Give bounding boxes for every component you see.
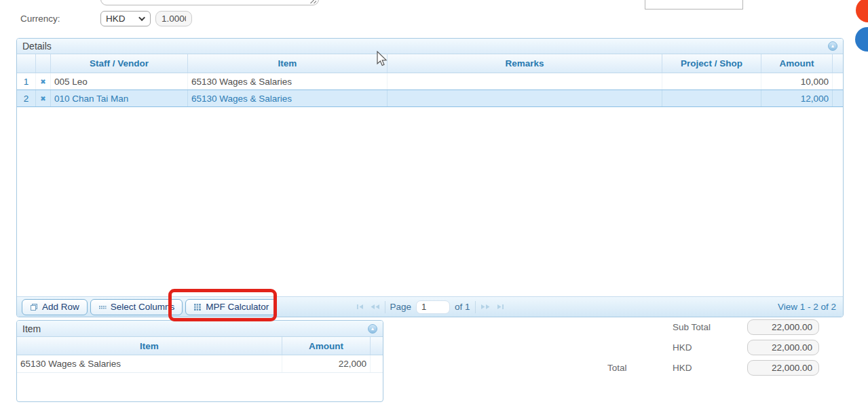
table-row[interactable]: 2 ✖ 010 Chan Tai Man 65130 Wages & Salar…: [17, 90, 843, 107]
column-header-spacer: [371, 337, 383, 355]
column-header-project-shop[interactable]: Project / Shop: [662, 54, 761, 73]
payroll-entry-screen: Currency: HKD Details ▲ Staff / Vendor I…: [0, 0, 868, 417]
mpf-calculator-button[interactable]: MPF Calculator: [185, 299, 277, 315]
item-cell: 65130 Wages & Salaries: [17, 355, 282, 372]
subtotal-row: Sub Total: [673, 319, 819, 335]
details-panel-header: Details ▲: [17, 39, 843, 54]
base-currency-label: HKD: [673, 342, 747, 353]
item-summary-panel: Item ▲ Item Amount 65130 Wages & Salarie…: [16, 320, 383, 402]
column-header-delete: [36, 54, 51, 73]
table-row[interactable]: 1 ✖ 005 Leo 65130 Wages & Salaries 10,00…: [17, 73, 843, 90]
spacer-cell: [833, 90, 843, 106]
base-currency-row: HKD: [673, 340, 819, 355]
floating-blue-button[interactable]: [855, 27, 868, 52]
subtotal-label: Sub Total: [673, 322, 747, 332]
column-header-amount[interactable]: Amount: [282, 337, 371, 355]
column-header-remarks[interactable]: Remarks: [388, 54, 662, 73]
collapse-item-icon[interactable]: ▲: [368, 324, 377, 334]
table-row[interactable]: 65130 Wages & Salaries 22,000: [17, 355, 383, 373]
item-panel-title: Item: [22, 323, 41, 334]
last-page-icon[interactable]: [495, 303, 504, 311]
total-field[interactable]: [747, 360, 819, 376]
total-label: Total: [607, 363, 673, 373]
total-row: Total HKD: [607, 360, 819, 376]
remarks-cell: [388, 90, 662, 106]
item-grid-header: Item Amount: [17, 337, 383, 355]
delete-row-icon[interactable]: ✖: [36, 73, 51, 90]
pager-separator: [475, 301, 476, 313]
delete-row-icon[interactable]: ✖: [36, 90, 51, 106]
column-header-staff-vendor[interactable]: Staff / Vendor: [51, 54, 188, 73]
project-shop-cell: [662, 90, 761, 106]
add-row-label: Add Row: [42, 302, 79, 312]
description-textarea[interactable]: [100, 0, 319, 5]
currency-select[interactable]: HKD: [100, 11, 151, 26]
details-toolbar: Add Row Select Columns: [17, 296, 843, 317]
page-label: Page: [390, 302, 411, 312]
details-grid-header: Staff / Vendor Item Remarks Project / Sh…: [17, 54, 843, 73]
staff-vendor-cell: 005 Leo: [51, 73, 188, 90]
select-columns-label: Select Columns: [111, 302, 175, 312]
pager-separator: [384, 301, 385, 313]
top-right-field[interactable]: [645, 0, 743, 9]
first-page-icon[interactable]: [356, 303, 364, 311]
resize-grip-icon[interactable]: [309, 0, 316, 3]
select-columns-icon: [98, 303, 107, 311]
amount-cell: 10,000: [761, 73, 833, 90]
currency-label: Currency:: [20, 14, 60, 24]
amount-cell: 12,000: [761, 90, 833, 106]
subtotal-field[interactable]: [747, 319, 819, 335]
column-header-rownum: [17, 54, 36, 73]
row-number: 1: [17, 73, 36, 90]
exchange-rate-field[interactable]: [155, 11, 192, 26]
project-shop-cell: [662, 73, 761, 90]
amount-cell: 22,000: [282, 355, 371, 372]
column-header-item[interactable]: Item: [17, 337, 282, 355]
staff-vendor-cell: 010 Chan Tai Man: [51, 90, 188, 106]
details-panel-title: Details: [22, 41, 52, 52]
item-cell: 65130 Wages & Salaries: [188, 73, 388, 90]
row-number: 2: [17, 90, 36, 106]
item-panel-header: Item ▲: [17, 321, 383, 337]
item-cell: 65130 Wages & Salaries: [188, 90, 388, 106]
select-columns-button[interactable]: Select Columns: [90, 299, 183, 315]
currency-select-value: HKD: [106, 14, 126, 24]
page-number-input[interactable]: [416, 300, 450, 314]
mpf-calculator-icon: [193, 303, 202, 311]
collapse-details-icon[interactable]: ▲: [828, 41, 837, 51]
chevron-down-icon: [138, 14, 145, 21]
floating-red-button[interactable]: [856, 0, 868, 22]
base-currency-field[interactable]: [747, 340, 819, 355]
page-of-label: of 1: [455, 302, 470, 312]
total-currency-label: HKD: [673, 363, 747, 373]
add-row-icon: [30, 303, 38, 311]
column-header-item[interactable]: Item: [188, 54, 388, 73]
pager: Page of 1: [356, 300, 504, 314]
spacer-cell: [371, 355, 383, 372]
details-panel: Details ▲ Staff / Vendor Item Remarks Pr…: [16, 38, 844, 317]
next-page-icon[interactable]: [480, 303, 491, 311]
add-row-button[interactable]: Add Row: [22, 299, 88, 315]
prev-page-icon[interactable]: [369, 303, 379, 311]
remarks-cell: [388, 73, 662, 90]
spacer-cell: [833, 73, 843, 90]
mpf-calculator-label: MPF Calculator: [206, 302, 269, 312]
column-header-amount[interactable]: Amount: [761, 54, 833, 73]
view-status: View 1 - 2 of 2: [778, 302, 841, 312]
column-header-spacer: [833, 54, 843, 73]
